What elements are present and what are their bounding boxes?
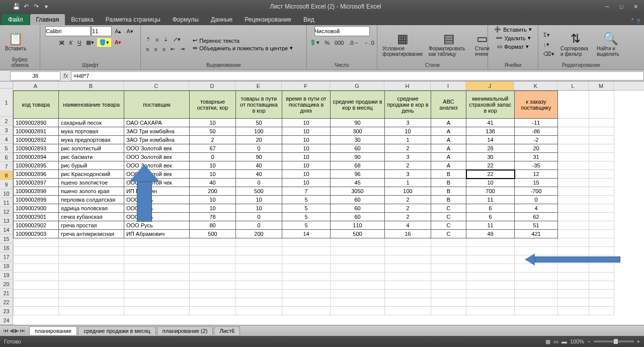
- col-header-B[interactable]: B: [58, 81, 124, 90]
- cell[interactable]: 10: [190, 119, 236, 127]
- cell[interactable]: 3: [385, 153, 431, 161]
- cell[interactable]: 10: [385, 127, 431, 136]
- cell[interactable]: 40: [190, 179, 236, 187]
- undo-icon[interactable]: ↶: [22, 3, 30, 11]
- row-header-7[interactable]: 7: [0, 162, 13, 171]
- minimize-button[interactable]: ─: [601, 2, 614, 11]
- cell[interactable]: A: [431, 153, 466, 161]
- row-header-1[interactable]: 1: [0, 89, 13, 117]
- cell[interactable]: 10: [190, 161, 236, 170]
- cell[interactable]: ИП Птичкин: [124, 187, 190, 196]
- table-header[interactable]: товарные остатки, кор: [190, 91, 236, 119]
- cell[interactable]: 1009002893: [14, 144, 59, 153]
- fill-color-button[interactable]: 🪣▾: [97, 38, 111, 47]
- select-all-corner[interactable]: [0, 81, 13, 89]
- col-header-E[interactable]: E: [235, 81, 282, 90]
- cell[interactable]: ОАО САХАРА: [124, 119, 190, 127]
- tab-review[interactable]: Рецензирование: [238, 14, 297, 25]
- cell[interactable]: 68: [331, 161, 385, 170]
- row-header-6[interactable]: 6: [0, 153, 13, 162]
- font-color-button[interactable]: A▾: [112, 38, 123, 47]
- col-header-D[interactable]: D: [189, 81, 235, 90]
- cell[interactable]: 15: [515, 179, 558, 187]
- cell[interactable]: 300: [331, 127, 385, 136]
- cell[interactable]: -11: [515, 119, 558, 127]
- cell[interactable]: мука портовая: [59, 127, 124, 136]
- zoom-slider[interactable]: [594, 340, 634, 342]
- row-header-14[interactable]: 14: [0, 225, 13, 234]
- cell[interactable]: 2: [385, 213, 431, 221]
- cell[interactable]: 421: [515, 230, 558, 238]
- cell[interactable]: пшено золото края: [59, 187, 124, 196]
- cell[interactable]: 1009002894: [14, 153, 59, 161]
- cell[interactable]: 22: [466, 161, 515, 170]
- paste-button[interactable]: 📋Вставить: [3, 31, 28, 52]
- cell[interactable]: 10: [236, 196, 282, 204]
- cell[interactable]: 0: [236, 213, 282, 221]
- cell[interactable]: ООО Русь: [124, 221, 190, 230]
- font-name-combo[interactable]: [45, 26, 91, 36]
- find-select-button[interactable]: 🔍Найти и выделить: [595, 31, 626, 58]
- close-button[interactable]: ✕: [629, 2, 642, 11]
- cell[interactable]: 1: [385, 136, 431, 144]
- sheet-tab-2[interactable]: планирование (2): [157, 326, 213, 335]
- cell[interactable]: -86: [515, 127, 558, 136]
- cell[interactable]: 10: [236, 204, 282, 213]
- cell[interactable]: 110: [331, 221, 385, 230]
- cell[interactable]: 0: [236, 144, 282, 153]
- cell[interactable]: 6: [466, 213, 515, 221]
- cell[interactable]: 14: [466, 136, 515, 144]
- cell[interactable]: рис бурый: [59, 161, 124, 170]
- cell[interactable]: 500: [190, 230, 236, 238]
- cell[interactable]: 51: [515, 221, 558, 230]
- cell[interactable]: C: [431, 204, 466, 213]
- cell[interactable]: ИП Абрамович: [124, 230, 190, 238]
- cell[interactable]: 80: [190, 221, 236, 230]
- cell[interactable]: 41: [466, 119, 515, 127]
- table-header[interactable]: код товара: [14, 91, 59, 119]
- row-header-23[interactable]: 23: [0, 307, 13, 316]
- cell[interactable]: 2: [385, 144, 431, 153]
- cell[interactable]: пшено золотистое: [59, 179, 124, 187]
- cell[interactable]: 200: [190, 187, 236, 196]
- ribbon-min-icon[interactable]: ˆ: [631, 18, 633, 25]
- cell[interactable]: A: [431, 144, 466, 153]
- cell[interactable]: 0: [236, 179, 282, 187]
- file-tab[interactable]: Файл: [2, 14, 29, 25]
- cell[interactable]: 1009002897: [14, 179, 59, 187]
- cell[interactable]: -2: [515, 136, 558, 144]
- decrease-font-icon[interactable]: A▾: [125, 27, 135, 36]
- indent-dec-icon[interactable]: ⇤: [169, 45, 177, 53]
- table-header[interactable]: наименование товара: [59, 91, 124, 119]
- cell[interactable]: 100: [236, 127, 282, 136]
- cell[interactable]: мука предпортовая: [59, 136, 124, 144]
- align-center-icon[interactable]: ≡: [152, 45, 159, 53]
- cell[interactable]: 49: [466, 230, 515, 238]
- cell[interactable]: B: [431, 196, 466, 204]
- cell[interactable]: 22: [466, 170, 515, 179]
- cell[interactable]: 2: [190, 136, 236, 144]
- cell[interactable]: 138: [466, 127, 515, 136]
- wrap-text-button[interactable]: ↩Перенос текста: [193, 37, 293, 44]
- cell[interactable]: 60: [331, 204, 385, 213]
- cell[interactable]: 1009002898: [14, 187, 59, 196]
- cell[interactable]: 0: [515, 196, 558, 204]
- align-left-icon[interactable]: ≡: [144, 45, 151, 53]
- increase-font-icon[interactable]: A▴: [113, 27, 123, 36]
- row-header-16[interactable]: 16: [0, 243, 13, 252]
- cell[interactable]: C: [431, 221, 466, 230]
- row-header-22[interactable]: 22: [0, 298, 13, 307]
- view-normal-icon[interactable]: ▦: [545, 338, 550, 345]
- merge-center-button[interactable]: ⇔Объединить и поместить в центре▾: [193, 45, 293, 51]
- cell[interactable]: 30: [331, 136, 385, 144]
- format-as-table-button[interactable]: ▤Форматировать как таблицу: [427, 31, 471, 58]
- row-header-8[interactable]: 8: [0, 171, 13, 180]
- row-header-12[interactable]: 12: [0, 207, 13, 216]
- cell[interactable]: 5: [282, 213, 331, 221]
- cell[interactable]: рис золотистый: [59, 144, 124, 153]
- inc-decimal-icon[interactable]: .0→: [347, 39, 361, 47]
- cell[interactable]: 10: [466, 179, 515, 187]
- cell[interactable]: 14: [282, 230, 331, 238]
- cell[interactable]: ООО Русь: [124, 196, 190, 204]
- insert-cells-button[interactable]: ➕ Вставить▾: [494, 26, 532, 33]
